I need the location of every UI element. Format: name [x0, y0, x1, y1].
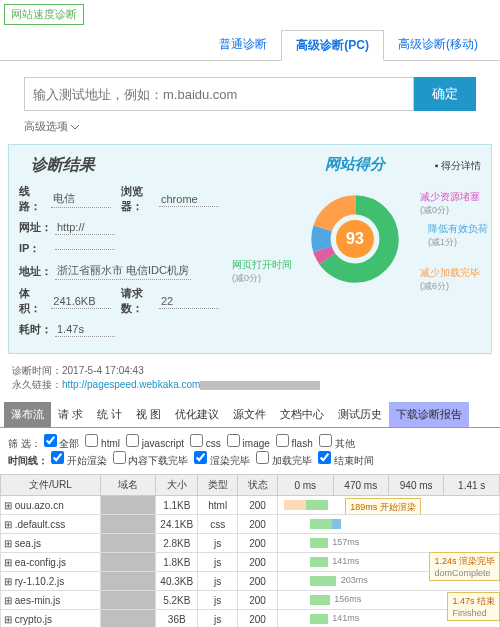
timeline-label: 时间线： — [8, 455, 48, 466]
filter-time[interactable]: 内容下载完毕 — [113, 455, 189, 466]
permalink[interactable]: http://pagespeed.webkaka.com — [62, 379, 200, 390]
col-header[interactable]: 940 ms — [388, 475, 443, 496]
diag-time-label: 诊断时间： — [12, 365, 62, 376]
section-tab[interactable]: 测试历史 — [331, 402, 389, 427]
score-donut: 93 减少资源堵塞(减0分)降低有效负荷(减1分)减少加载完毕(减6分)网页打开… — [310, 194, 400, 284]
col-header[interactable]: 470 ms — [333, 475, 388, 496]
table-row[interactable]: ⊞ crypto.js 36Bjs200 141ms — [1, 610, 500, 628]
section-tab[interactable]: 视 图 — [129, 402, 168, 427]
top-tab[interactable]: 普通诊断 — [205, 30, 281, 59]
section-tab[interactable]: 统 计 — [90, 402, 129, 427]
col-header[interactable]: 类型 — [198, 475, 238, 496]
filter-type[interactable]: javascript — [126, 438, 184, 449]
col-header[interactable]: 1.41 s — [444, 475, 500, 496]
table-row[interactable]: ⊞ .default.css 24.1KBcss200 — [1, 515, 500, 534]
col-header[interactable]: 状态 — [238, 475, 278, 496]
section-tabs: 瀑布流请 求统 计视 图优化建议源文件文档中心测试历史下载诊断报告 — [0, 402, 500, 428]
col-header[interactable]: 域名 — [100, 475, 155, 496]
section-tab[interactable]: 源文件 — [226, 402, 273, 427]
filter-time[interactable]: 结束时间 — [318, 455, 374, 466]
col-header[interactable]: 文件/URL — [1, 475, 101, 496]
result-value: 1.47s — [55, 322, 115, 337]
col-header[interactable]: 0 ms — [278, 475, 333, 496]
diag-time: 2017-5-4 17:04:43 — [62, 365, 144, 376]
filter-type[interactable]: css — [190, 438, 221, 449]
section-tab[interactable]: 请 求 — [51, 402, 90, 427]
top-tabs: 普通诊断高级诊断(PC)高级诊断(移动) — [0, 29, 500, 61]
section-tab[interactable]: 瀑布流 — [4, 402, 51, 427]
table-row[interactable]: ⊞ ouu.azo.cn 1.1KBhtml200 189ms 开始渲染domL… — [1, 496, 500, 515]
filter-time[interactable]: 渲染完毕 — [194, 455, 250, 466]
table-row[interactable]: ⊞ ea-config.js 1.8KBjs200 141ms — [1, 553, 500, 572]
filter-type[interactable]: 全部 — [44, 438, 80, 449]
filter-type[interactable]: flash — [276, 438, 313, 449]
result-value: http:// — [55, 220, 115, 235]
filter-time[interactable]: 加载完毕 — [256, 455, 312, 466]
permalink-label: 永久链接： — [12, 379, 62, 390]
table-row[interactable]: ⊞ ry-1.10.2.js 40.3KBjs200 203ms — [1, 572, 500, 591]
filter-label: 筛 选： — [8, 438, 41, 449]
result-value: 电信 — [51, 190, 111, 208]
result-title: 诊断结果 — [31, 155, 219, 176]
section-tab[interactable]: 文档中心 — [273, 402, 331, 427]
url-input[interactable] — [24, 77, 414, 111]
chevron-down-icon — [71, 123, 79, 131]
score-detail-link[interactable]: ▪ 得分详情 — [435, 159, 481, 173]
filter-type[interactable]: 其他 — [319, 438, 355, 449]
score-value: 93 — [336, 220, 374, 258]
top-tab[interactable]: 高级诊断(移动) — [384, 30, 492, 59]
section-tab[interactable]: 优化建议 — [168, 402, 226, 427]
advanced-options[interactable]: 高级选项 — [24, 119, 476, 134]
section-tab[interactable]: 下载诊断报告 — [389, 402, 469, 427]
result-value: 浙江省丽水市 电信IDC机房 — [55, 262, 191, 280]
page-title: 网站速度诊断 — [4, 4, 84, 25]
waterfall-table: 文件/URL域名大小类型状态0 ms470 ms940 ms1.41 s ⊞ o… — [0, 474, 500, 627]
filter-type[interactable]: html — [85, 438, 120, 449]
submit-button[interactable]: 确定 — [414, 77, 476, 111]
result-value: 241.6KB — [51, 294, 111, 309]
table-row[interactable]: ⊞ sea.js 2.8KBjs200 157ms — [1, 534, 500, 553]
result-value — [55, 247, 115, 250]
col-header[interactable]: 大小 — [156, 475, 198, 496]
filter-type[interactable]: image — [227, 438, 270, 449]
filter-time[interactable]: 开始渲染 — [51, 455, 107, 466]
table-row[interactable]: ⊞ aes-min.js 5.2KBjs200 156ms — [1, 591, 500, 610]
top-tab[interactable]: 高级诊断(PC) — [281, 30, 384, 61]
